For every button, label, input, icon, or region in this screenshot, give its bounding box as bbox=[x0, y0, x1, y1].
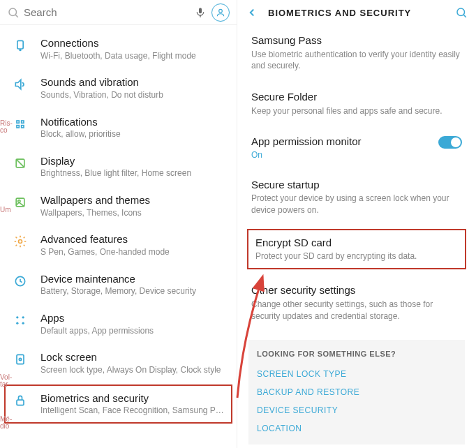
svg-rect-21 bbox=[17, 400, 24, 405]
back-icon[interactable] bbox=[246, 6, 258, 19]
item-title: Apps bbox=[40, 311, 227, 325]
link-backup-restore[interactable]: BACKUP AND RESTORE bbox=[257, 383, 456, 401]
biometrics-highlight: Biometrics and securityIntelligent Scan,… bbox=[4, 384, 232, 424]
settings-main-panel: Ris-co Um Vol-tar Mé-dio ConnectionsWi-F… bbox=[0, 0, 237, 448]
section-sub: Keep your personal files and apps safe a… bbox=[251, 105, 462, 117]
settings-item-display[interactable]: DisplayBrightness, Blue light filter, Ho… bbox=[0, 147, 237, 186]
svg-rect-4 bbox=[17, 40, 23, 49]
item-title: Advanced features bbox=[40, 232, 227, 246]
item-sub: Battery, Storage, Memory, Device securit… bbox=[40, 285, 227, 297]
item-title: Device maintenance bbox=[40, 272, 227, 286]
section-sub: Protect your device by using a screen lo… bbox=[251, 193, 462, 216]
svg-line-23 bbox=[463, 15, 466, 17]
security-sections: Samsung Pass Use biometric authenticatio… bbox=[237, 25, 476, 445]
svg-point-22 bbox=[457, 8, 465, 16]
item-title: Lock screen bbox=[40, 350, 227, 364]
notifications-icon bbox=[13, 117, 28, 132]
item-title: Display bbox=[40, 154, 227, 168]
toggle-switch[interactable] bbox=[438, 136, 462, 149]
display-icon bbox=[13, 156, 28, 171]
svg-point-0 bbox=[9, 8, 17, 16]
section-secure-startup[interactable]: Secure startup Protect your device by us… bbox=[239, 170, 475, 226]
section-samsung-pass[interactable]: Samsung Pass Use biometric authenticatio… bbox=[239, 25, 475, 82]
section-title: Samsung Pass bbox=[251, 33, 462, 47]
link-device-security[interactable]: DEVICE SECURITY bbox=[257, 401, 456, 419]
settings-item-biometrics[interactable]: Biometrics and securityIntelligent Scan,… bbox=[13, 391, 224, 417]
item-sub: Sounds, Vibration, Do not disturb bbox=[40, 89, 227, 101]
svg-rect-9 bbox=[22, 125, 24, 127]
svg-rect-8 bbox=[17, 125, 19, 127]
section-title: Secure Folder bbox=[251, 90, 462, 104]
settings-item-wallpapers[interactable]: Wallpapers and themesWallpapers, Themes,… bbox=[0, 186, 237, 225]
link-location[interactable]: LOCATION bbox=[257, 419, 456, 438]
section-encrypt-sd[interactable]: Encrypt SD card Protect your SD card by … bbox=[255, 236, 458, 262]
item-sub: Screen lock type, Always On Display, Clo… bbox=[40, 364, 227, 376]
section-title: App permission monitor bbox=[251, 135, 462, 149]
settings-item-lockscreen[interactable]: Lock screenScreen lock type, Always On D… bbox=[0, 343, 237, 382]
detail-header: BIOMETRICS AND SECURITY bbox=[237, 0, 476, 25]
settings-item-connections[interactable]: ConnectionsWi-Fi, Bluetooth, Data usage,… bbox=[0, 29, 237, 68]
section-title: Other security settings bbox=[251, 283, 462, 297]
mic-icon[interactable] bbox=[195, 7, 206, 18]
biometrics-icon bbox=[13, 393, 28, 408]
item-sub: Brightness, Blue light filter, Home scre… bbox=[40, 167, 227, 179]
section-sub: Protect your SD card by encrypting its d… bbox=[255, 251, 458, 262]
item-sub: Default apps, App permissions bbox=[40, 325, 227, 337]
item-sub: S Pen, Games, One-handed mode bbox=[40, 246, 227, 258]
item-sub: Wallpapers, Themes, Icons bbox=[40, 207, 227, 219]
svg-rect-19 bbox=[17, 355, 24, 364]
svg-point-5 bbox=[20, 50, 21, 51]
svg-point-16 bbox=[22, 316, 24, 318]
wallpapers-icon bbox=[13, 195, 28, 210]
settings-item-apps[interactable]: AppsDefault apps, App permissions bbox=[0, 304, 237, 343]
svg-point-17 bbox=[16, 322, 18, 324]
sounds-icon bbox=[13, 77, 28, 92]
settings-item-advanced[interactable]: Advanced featuresS Pen, Games, One-hande… bbox=[0, 225, 237, 264]
apps-icon bbox=[13, 313, 28, 328]
section-title: Secure startup bbox=[251, 178, 462, 192]
svg-point-15 bbox=[16, 316, 18, 318]
advanced-icon bbox=[13, 234, 28, 249]
svg-point-13 bbox=[19, 240, 22, 244]
encrypt-highlight: Encrypt SD card Protect your SD card by … bbox=[247, 229, 466, 269]
settings-item-maintenance[interactable]: Device maintenanceBattery, Storage, Memo… bbox=[0, 265, 237, 304]
looking-title: LOOKING FOR SOMETHING ELSE? bbox=[257, 350, 456, 358]
item-sub: Wi-Fi, Bluetooth, Data usage, Flight mod… bbox=[40, 50, 227, 62]
item-sub: Intelligent Scan, Face Recognition, Sams… bbox=[40, 405, 224, 417]
section-sub: Use biometric authentication to verify y… bbox=[251, 49, 462, 73]
section-sub: On bbox=[251, 150, 462, 160]
svg-rect-6 bbox=[17, 121, 19, 123]
svg-point-20 bbox=[19, 359, 21, 361]
item-title: Sounds and vibration bbox=[40, 75, 227, 89]
connections-icon bbox=[13, 38, 28, 53]
item-sub: Block, allow, prioritise bbox=[40, 128, 227, 140]
svg-point-3 bbox=[219, 9, 223, 13]
maintenance-icon bbox=[13, 274, 28, 289]
search-bar bbox=[0, 0, 237, 25]
search-input[interactable] bbox=[24, 6, 189, 18]
biometrics-detail-panel: BIOMETRICS AND SECURITY Samsung Pass Use… bbox=[237, 0, 476, 448]
looking-for-box: LOOKING FOR SOMETHING ELSE? SCREEN LOCK … bbox=[248, 340, 465, 445]
search-icon bbox=[7, 6, 20, 19]
section-app-permission[interactable]: App permission monitor On bbox=[239, 126, 475, 170]
item-title: Wallpapers and themes bbox=[40, 193, 227, 207]
svg-point-18 bbox=[22, 322, 24, 324]
svg-line-1 bbox=[15, 15, 17, 17]
svg-rect-7 bbox=[22, 121, 24, 123]
lockscreen-icon bbox=[13, 352, 28, 367]
section-title: Encrypt SD card bbox=[255, 236, 458, 250]
settings-item-notifications[interactable]: NotificationsBlock, allow, prioritise bbox=[0, 108, 237, 147]
item-title: Notifications bbox=[40, 115, 227, 129]
search-icon[interactable] bbox=[455, 6, 468, 19]
settings-list: ConnectionsWi-Fi, Bluetooth, Data usage,… bbox=[0, 25, 237, 424]
link-screen-lock[interactable]: SCREEN LOCK TYPE bbox=[257, 365, 456, 383]
profile-icon[interactable] bbox=[211, 3, 230, 22]
page-title: BIOMETRICS AND SECURITY bbox=[268, 8, 455, 18]
settings-item-sounds[interactable]: Sounds and vibrationSounds, Vibration, D… bbox=[0, 68, 237, 107]
item-title: Connections bbox=[40, 36, 227, 50]
section-other-security[interactable]: Other security settings Change other sec… bbox=[239, 275, 475, 331]
section-sub: Change other security settings, such as … bbox=[251, 299, 462, 322]
item-title: Biometrics and security bbox=[40, 391, 224, 405]
section-secure-folder[interactable]: Secure Folder Keep your personal files a… bbox=[239, 82, 475, 126]
